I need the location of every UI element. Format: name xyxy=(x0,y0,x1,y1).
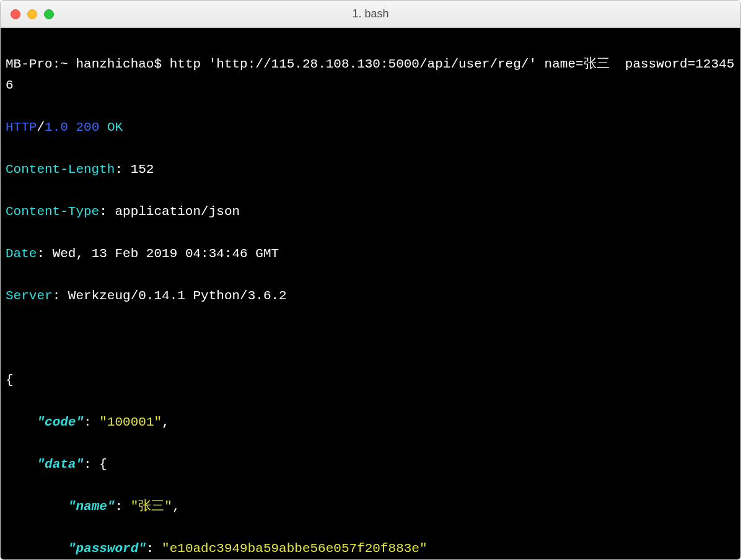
http-proto: HTTP xyxy=(6,120,37,134)
header-content-length: Content-Length: 152 xyxy=(6,159,735,180)
http-code: 200 xyxy=(76,120,99,134)
json-key: "data" xyxy=(37,457,84,471)
json-data-open: "data": { xyxy=(6,454,735,475)
close-icon[interactable] xyxy=(11,9,20,19)
header-value: Wed, 13 Feb 2019 04:34:46 GMT xyxy=(53,247,279,261)
terminal-window: 1. bash MB-Pro:~ hanzhichao$ http 'http:… xyxy=(0,0,741,560)
prompt-user: hanzhichao xyxy=(76,57,154,71)
http-version: 1.0 xyxy=(45,120,68,134)
header-value: 152 xyxy=(131,162,154,177)
command-line: MB-Pro:~ hanzhichao$ http 'http://115.28… xyxy=(6,54,735,96)
header-value: application/json xyxy=(115,204,240,219)
header-content-type: Content-Type: application/json xyxy=(6,201,735,222)
window-title: 1. bash xyxy=(1,7,740,20)
json-value: "100001" xyxy=(99,415,162,429)
json-name: "name": "张三", xyxy=(6,496,735,517)
prompt-symbol: $ xyxy=(154,57,162,71)
json-code: "code": "100001", xyxy=(6,412,735,433)
json-value: "e10adc3949ba59abbe56e057f20f883e" xyxy=(162,541,427,556)
json-key: "password" xyxy=(68,541,146,556)
blank-line xyxy=(6,328,735,349)
json-key: "code" xyxy=(37,415,84,429)
header-date: Date: Wed, 13 Feb 2019 04:34:46 GMT xyxy=(6,243,735,265)
prompt-path: ~ xyxy=(60,57,68,71)
http-reason: OK xyxy=(107,120,123,134)
maximize-icon[interactable] xyxy=(44,9,54,19)
titlebar[interactable]: 1. bash xyxy=(1,1,740,28)
json-password: "password": "e10adc3949ba59abbe56e057f20… xyxy=(6,538,735,559)
json-key: "name" xyxy=(68,499,115,514)
json-open: { xyxy=(6,370,735,391)
minimize-icon[interactable] xyxy=(27,9,37,19)
status-line: HTTP/1.0 200 OK xyxy=(6,117,735,138)
header-value: Werkzeug/0.14.1 Python/3.6.2 xyxy=(68,289,287,303)
json-value: "张三" xyxy=(131,499,172,514)
header-server: Server: Werkzeug/0.14.1 Python/3.6.2 xyxy=(6,286,735,307)
header-key: Date xyxy=(6,247,37,261)
header-key: Content-Type xyxy=(6,204,99,219)
header-key: Server xyxy=(6,289,53,303)
terminal-content[interactable]: MB-Pro:~ hanzhichao$ http 'http://115.28… xyxy=(1,28,740,559)
header-key: Content-Length xyxy=(6,162,115,177)
prompt-host: MB-Pro xyxy=(6,57,53,71)
traffic-lights xyxy=(1,9,54,19)
